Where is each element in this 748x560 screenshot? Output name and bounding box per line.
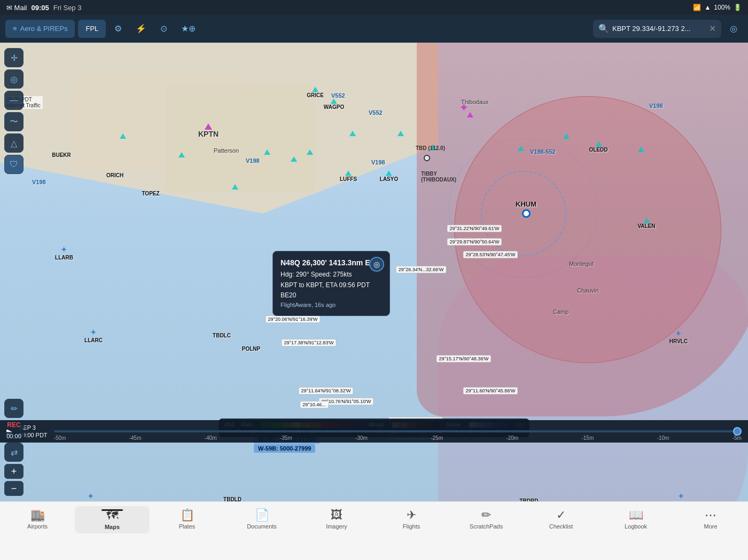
flight-info-popup[interactable]: ◎ N48Q 26,300' 1413.3nm E Hdg: 290° Spee… [272,251,390,316]
waypoint-llard: ✦ LLARD [82,491,100,501]
scratchpads-icon: ✏ [481,509,491,521]
tool-shield[interactable]: 🛡 [4,155,24,174]
vfr-waypoint-12 [563,133,570,139]
airports-icon: 🏬 [30,509,45,521]
tool-pan[interactable]: ✛ [4,48,24,67]
toolbar: ≡ Aero & PIREPs FPL ⚙ ⚡ ⊙ ★⊕ 🔍 ✕ ◎ [0,15,748,43]
nav-more[interactable]: ⋯ More [673,506,748,533]
coord-6: 29°17.38'N/91°12.83'W [281,339,336,346]
waypoint-kptn[interactable]: KPTN [198,123,219,138]
date-display: Fri Sep 3 [53,4,82,12]
coord-7: 29°15.17'N/90°48.36'W [436,355,491,362]
vfr-waypoint-1 [120,133,126,139]
clock-button[interactable]: ⊙ [155,20,173,38]
imagery-label: Imagery [326,523,347,530]
checklist-icon: ✓ [556,509,566,521]
vfr-waypoint-2 [178,152,185,157]
vfr-waypoint-3 [264,149,270,155]
timeline-bar[interactable]: -50m-45m-40m-35m -30m-25m-20m-15m -10m-5… [54,430,742,432]
vfr-waypoint-4 [307,149,313,155]
waypoint-tbdlc: TBDLC [213,333,231,338]
timeline-labels: -50m-45m-40m-35m -30m-25m-20m-15m -10m-5… [54,435,742,441]
coord-11: 29°11.60'N/90°45.86'W [463,387,518,395]
airway-v198-right: V198 [371,159,385,165]
label-patterson: Patterson [214,147,239,154]
airway-v198-far: V198 [649,102,663,109]
popup-target-icon: ◎ [369,257,384,272]
nav-documents[interactable]: 📄 Documents [224,506,299,533]
nav-logbook[interactable]: 📖 Logbook [598,506,673,533]
coord-4: 29°26.34'N...32.66'W [396,266,447,273]
scratchpads-label: ScratchPads [470,523,503,530]
search-icon: 🔍 [598,23,609,34]
tool-triangle[interactable]: △ [4,133,24,153]
location-button[interactable]: ◎ [724,20,743,38]
bottom-nav: 🏬 Airports 🗺 Maps 📋 Plates 📄 Documents 🖼… [0,501,748,560]
nav-imagery[interactable]: 🖼 Imagery [299,506,374,533]
tool-draw[interactable]: ✏ [4,399,24,418]
vfr-waypoint-5 [349,131,356,136]
airport-khum[interactable]: KHUM [516,200,536,219]
tool-line[interactable]: — [4,91,24,110]
nav-flights[interactable]: ✈ Flights [374,506,449,533]
tool-route[interactable]: ⇄ [4,443,24,462]
battery-icon: 🔋 [734,4,742,11]
fpl-label: FPL [85,25,98,33]
vfr-waypoint-8 [291,156,297,162]
vor-tbd: TBD (112.0) [416,145,445,151]
coord-8: 29°11.64'N/91°08.32'W [298,387,353,395]
airway-v552: V552 [369,109,383,116]
vor-tbd-icon [424,155,430,161]
plates-label: Plates [179,523,196,530]
more-label: More [704,523,717,530]
settings-button[interactable]: ⚙ [109,20,127,38]
waypoint-llarc: ✦ LLARC [84,327,103,343]
search-box[interactable]: 🔍 ✕ [593,20,721,38]
nav-maps[interactable]: 🗺 Maps [75,506,150,533]
imagery-icon: 🖼 [331,509,342,521]
layers-button[interactable]: ≡ Aero & PIREPs [5,20,75,38]
nav-plates[interactable]: 📋 Plates [150,506,224,533]
fpl-button[interactable]: FPL [78,20,106,38]
popup-aircraft: BE20 [280,290,382,301]
waypoint-lasyo: LASYO [380,171,398,182]
tool-wave[interactable]: 〜 [4,112,24,131]
coord-10: 29°10.46... [300,401,329,408]
coord-2: 29°29.87'N/90°50.64'W [447,238,502,246]
waypoint-hrvld: ✦ HRVLD [672,491,690,501]
search-input[interactable] [612,25,706,33]
waypoint-wagpo: WAGPO [324,99,344,110]
search-clear-button[interactable]: ✕ [709,23,716,34]
map[interactable]: 09:00 PDT Internet Traffic V198 V198 V19… [0,43,748,501]
filter-icon: ⚡ [136,23,146,34]
nav-airports[interactable]: 🏬 Airports [0,506,75,533]
nav-scratchpads[interactable]: ✏ ScratchPads [449,506,524,533]
more-icon: ⋯ [705,509,716,521]
location-icon: ▲ [704,4,711,11]
airway-v552-top: V552 [331,92,345,99]
timeline-thumb[interactable] [733,427,742,436]
tool-target[interactable]: ◎ [4,69,24,89]
zoom-in-button[interactable]: + [4,464,24,479]
magenta-waypoint: ✦ [459,101,469,115]
status-icons: 📶 ▲ 100% 🔋 [693,4,742,11]
wifi-icon: 📶 [693,4,701,11]
layers-icon: ≡ [13,25,17,33]
airway-v198-center: V198 [246,157,260,164]
coord-3: 29°28.53'N/90°47.45'W [463,251,518,258]
filter-button[interactable]: ⚡ [130,20,152,38]
documents-icon: 📄 [255,509,269,521]
gear-icon: ⚙ [114,23,122,34]
waypoint-topez: TOPEZ [142,191,159,196]
star-button[interactable]: ★⊕ [176,20,201,38]
land-patterson [166,85,315,192]
coord-5: 29°20.06'N/91°16.39'W [265,316,320,323]
airway-v198-left: V198 [32,179,46,185]
waypoint-llarb: ✦ LLARB [55,244,73,261]
battery-display: 100% [714,4,730,11]
flights-icon: ✈ [407,509,416,521]
nav-checklist[interactable]: ✓ Checklist [524,506,598,533]
waypoint-orich: ORICH [106,172,123,178]
maps-icon: 🗺 [106,510,118,522]
zoom-out-button[interactable]: − [4,481,24,496]
